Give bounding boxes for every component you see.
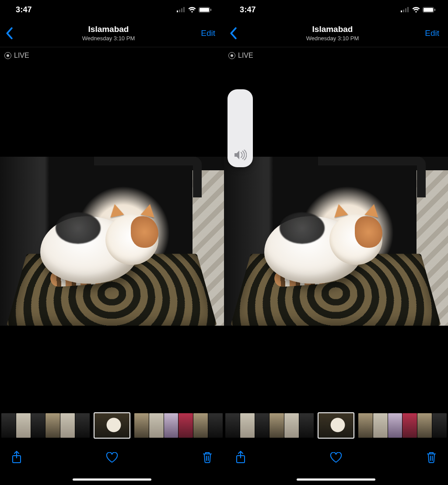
svg-rect-1 [179, 10, 180, 12]
heart-icon [106, 452, 118, 463]
live-label: LIVE [14, 52, 29, 60]
status-icons [401, 7, 436, 13]
home-indicator[interactable] [73, 478, 151, 481]
bottom-toolbar [224, 445, 448, 470]
bottom-toolbar [0, 445, 224, 470]
thumbnail[interactable] [149, 413, 164, 438]
photo-image [0, 157, 224, 326]
thumbnail[interactable] [373, 413, 388, 438]
edit-button[interactable]: Edit [192, 28, 219, 38]
live-photo-badge: LIVE [228, 52, 253, 60]
volume-hud [228, 89, 253, 167]
thumbnail[interactable] [193, 413, 208, 438]
thumbnail[interactable] [31, 413, 46, 438]
thumbnail-current[interactable] [318, 413, 354, 438]
svg-rect-9 [403, 10, 404, 12]
svg-rect-11 [407, 7, 409, 12]
photo-cat [40, 187, 166, 292]
delete-button[interactable] [200, 450, 214, 464]
svg-rect-6 [210, 9, 211, 11]
chevron-left-icon [5, 27, 13, 39]
svg-rect-10 [405, 8, 406, 12]
nav-bar: Islamabad Wednesday 3:10 PM Edit [0, 19, 224, 47]
live-photo-badge: LIVE [4, 52, 29, 60]
thumbnail[interactable] [358, 413, 373, 438]
nav-bar: Islamabad Wednesday 3:10 PM Edit [224, 19, 448, 47]
nav-subtitle: Wednesday 3:10 PM [24, 35, 192, 42]
chevron-left-icon [229, 27, 237, 39]
thumbnail[interactable] [402, 413, 417, 438]
photo-cat [264, 187, 390, 292]
svg-rect-14 [434, 9, 435, 11]
live-label: LIVE [238, 52, 253, 60]
trash-icon [202, 451, 213, 464]
thumbnail-strip[interactable] [224, 413, 448, 438]
thumbnail[interactable] [75, 413, 90, 438]
status-time: 3:47 [240, 5, 256, 14]
wifi-icon [188, 7, 196, 13]
nav-title: Islamabad [24, 25, 192, 35]
heart-icon [330, 452, 342, 463]
svg-rect-0 [177, 11, 178, 12]
home-indicator[interactable] [297, 478, 375, 481]
svg-rect-3 [183, 7, 185, 12]
thumbnail[interactable] [16, 413, 31, 438]
svg-rect-2 [181, 8, 182, 12]
thumbnail[interactable] [388, 413, 402, 438]
back-button[interactable] [5, 27, 24, 39]
trash-icon [426, 451, 437, 464]
live-photo-icon [4, 52, 11, 59]
thumbnail[interactable] [284, 413, 299, 438]
delete-button[interactable] [424, 450, 438, 464]
thumbnail[interactable] [164, 413, 178, 438]
photo-viewer[interactable]: LIVE [224, 47, 448, 485]
status-bar: 3:47 [224, 0, 448, 19]
thumbnail-strip[interactable] [0, 413, 224, 438]
nav-title: Islamabad [248, 25, 416, 35]
status-bar: 3:47 [0, 0, 224, 19]
thumbnail[interactable] [417, 413, 432, 438]
share-button[interactable] [234, 450, 248, 464]
photo-viewer[interactable]: LIVE [0, 47, 224, 485]
battery-icon [423, 7, 436, 13]
live-photo-icon [228, 52, 235, 59]
share-icon [11, 451, 22, 464]
thumbnail[interactable] [208, 413, 223, 438]
thumbnail[interactable] [225, 413, 240, 438]
share-icon [235, 451, 246, 464]
svg-rect-5 [200, 8, 209, 12]
thumbnail[interactable] [299, 413, 314, 438]
back-button[interactable] [229, 27, 248, 39]
speaker-icon [234, 150, 247, 160]
battery-icon [199, 7, 212, 13]
thumbnail[interactable] [46, 413, 60, 438]
share-button[interactable] [10, 450, 24, 464]
thumbnail[interactable] [178, 413, 193, 438]
favorite-button[interactable] [105, 450, 119, 464]
status-icons [177, 7, 212, 13]
thumbnail-current[interactable] [94, 413, 130, 438]
svg-rect-8 [401, 11, 402, 12]
photos-detail-screen-right: 3:47 Islamabad Wednesday 3:10 PM Edit LI… [224, 0, 448, 485]
nav-title-group: Islamabad Wednesday 3:10 PM [248, 25, 416, 42]
photo-image [224, 157, 448, 326]
photos-detail-screen-left: 3:47 Islamabad Wednesday 3:10 PM Edit LI… [0, 0, 224, 485]
thumbnail[interactable] [240, 413, 255, 438]
nav-title-group: Islamabad Wednesday 3:10 PM [24, 25, 192, 42]
thumbnail[interactable] [270, 413, 284, 438]
thumbnail[interactable] [432, 413, 447, 438]
svg-rect-13 [424, 8, 433, 12]
thumbnail[interactable] [134, 413, 149, 438]
thumbnail[interactable] [255, 413, 270, 438]
wifi-icon [412, 7, 420, 13]
cellular-signal-icon [401, 7, 410, 12]
thumbnail[interactable] [1, 413, 16, 438]
edit-button[interactable]: Edit [416, 28, 443, 38]
status-time: 3:47 [16, 5, 32, 14]
favorite-button[interactable] [329, 450, 343, 464]
cellular-signal-icon [177, 7, 186, 12]
nav-subtitle: Wednesday 3:10 PM [248, 35, 416, 42]
thumbnail[interactable] [60, 413, 75, 438]
